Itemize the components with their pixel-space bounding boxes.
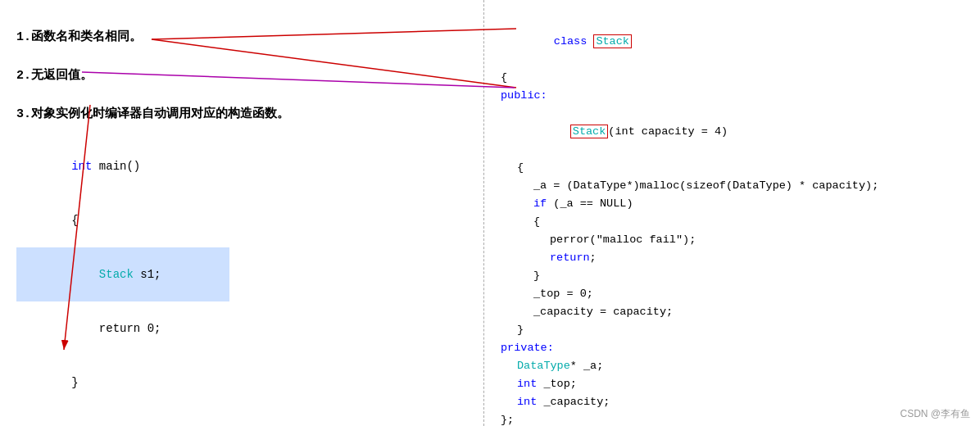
- code-member-top: int _top;: [501, 375, 972, 393]
- code-open-class: {: [501, 69, 972, 87]
- annotation-1: 1.函数名和类名相同。: [16, 29, 467, 44]
- code-constructor: Stack(int capacity = 4): [501, 105, 972, 159]
- code-constructor-close: }: [501, 321, 972, 339]
- right-panel: class Stack { public: Stack(int capacity…: [483, 0, 980, 426]
- code-line-return: return 0;: [16, 301, 229, 356]
- code-constructor-open: {: [501, 159, 972, 177]
- code-line-int-main: int main(): [16, 139, 229, 193]
- code-private: private:: [501, 339, 972, 357]
- code-top-assign: _top = 0;: [501, 285, 972, 303]
- annotation-2: 2.无返回值。: [16, 67, 467, 83]
- code-line-open-brace: {: [16, 193, 229, 247]
- main-container: 1.函数名和类名相同。 2.无返回值。 3.对象实例化时编译器自动调用对应的构造…: [0, 0, 980, 426]
- watermark: CSDN @李有鱼: [900, 407, 970, 421]
- code-line-close-brace: }: [16, 356, 229, 410]
- code-member-a: DataType* _a;: [501, 357, 972, 375]
- code-line-stack-s1: Stack s1;: [16, 247, 229, 301]
- annotation-3: 3.对象实例化时编译器自动调用对应的构造函数。: [16, 106, 467, 121]
- right-code-block: class Stack { public: Stack(int capacity…: [501, 8, 972, 426]
- left-panel: 1.函数名和类名相同。 2.无返回值。 3.对象实例化时编译器自动调用对应的构造…: [0, 0, 483, 426]
- code-perror: perror("malloc fail");: [501, 231, 972, 249]
- code-if-close: }: [501, 267, 972, 285]
- code-if-open: {: [501, 213, 972, 231]
- code-return-void: return;: [501, 249, 972, 267]
- code-public: public:: [501, 87, 972, 105]
- left-code-block: int main() { Stack s1; return 0; }: [16, 139, 229, 410]
- code-if-null: if (_a == NULL): [501, 195, 972, 213]
- code-malloc: _a = (DataType*)malloc(sizeof(DataType) …: [501, 177, 972, 195]
- code-capacity-assign: _capacity = capacity;: [501, 303, 972, 321]
- code-class-decl: class Stack: [501, 15, 972, 69]
